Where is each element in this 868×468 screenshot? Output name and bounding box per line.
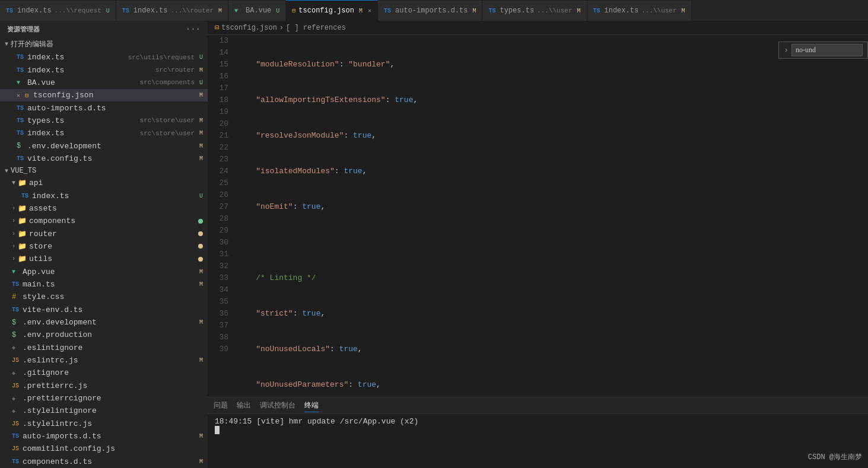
open-editor-index-store[interactable]: TS index.ts src\store\user M: [0, 127, 208, 139]
tab-index-user[interactable]: TS index.ts ...\\user M: [587, 0, 692, 21]
tab-problems[interactable]: 问题: [214, 399, 228, 412]
tab-badge-u: U: [106, 8, 110, 14]
file-api-index[interactable]: TS index.ts U: [0, 189, 208, 202]
chevron-right-icon: ›: [12, 205, 15, 212]
open-editors-label: 打开的编辑器: [11, 39, 53, 49]
dot-indicator: [198, 244, 203, 249]
ts-icon: TS: [384, 8, 392, 14]
ts-icon: TS: [12, 281, 20, 288]
js-icon: JS: [12, 383, 20, 389]
js-icon: JS: [12, 445, 20, 452]
ts-icon: TS: [17, 67, 25, 74]
file-name: main.ts: [23, 280, 197, 289]
folder-name: api: [29, 179, 203, 187]
css-icon: #: [12, 293, 20, 301]
folder-name: assets: [29, 204, 203, 213]
file-components-d[interactable]: TS components.d.ts M: [0, 456, 208, 468]
file-eslintrc[interactable]: JS .eslintrc.js M: [0, 354, 208, 367]
terminal-tabs: 问题 输出 调试控制台 终端: [208, 397, 868, 414]
ts-icon: TS: [12, 433, 20, 440]
file-stylelintrc[interactable]: JS .stylelintrc.js: [0, 418, 208, 430]
open-editor-env-dev[interactable]: $ .env.development M: [0, 139, 208, 152]
file-vite-env[interactable]: TS vite-env.d.ts: [0, 304, 208, 316]
file-icon: ◆: [12, 370, 20, 377]
file-name: components.d.ts: [23, 457, 197, 466]
folder-utils[interactable]: › 📁 utils: [0, 253, 208, 265]
folder-components[interactable]: › 📁 components: [0, 215, 208, 227]
open-editor-index-request[interactable]: TS index.ts src\utils\request U: [0, 51, 208, 63]
tab-index-request[interactable]: TS index.ts ...\\request U: [0, 0, 116, 21]
tab-terminal[interactable]: 终端: [304, 399, 319, 412]
breadcrumb: ⊟ tsconfig.json › [ ] references: [208, 21, 868, 35]
file-main-ts[interactable]: TS main.ts M: [0, 278, 208, 291]
file-app-vue[interactable]: ▼ App.vue M: [0, 266, 208, 278]
ts-icon: TS: [17, 54, 25, 61]
file-commitlint[interactable]: JS commitlint.config.js: [0, 442, 208, 455]
tab-badge-m: M: [577, 8, 581, 14]
code-editor[interactable]: 13 14 15 16 17 18 19 20 21 22 23 24 25 2…: [208, 35, 868, 397]
vue-ts-section[interactable]: ▼ VUE_TS: [0, 165, 208, 177]
open-editor-types[interactable]: TS types.ts src\store\user M: [0, 114, 208, 127]
file-path: src\router: [155, 66, 195, 74]
open-editor-vite-config[interactable]: TS vite.config.ts M: [0, 152, 208, 165]
file-name: .env.production: [23, 330, 203, 339]
close-icon[interactable]: ✕: [368, 7, 371, 14]
file-eslintignore[interactable]: ◆ .eslintignore: [0, 342, 208, 354]
file-prettierrc[interactable]: JS .prettierrc.js: [0, 380, 208, 392]
ts-icon: TS: [6, 8, 14, 14]
file-env-dev[interactable]: $ .env.development M: [0, 316, 208, 329]
badge-u: U: [199, 54, 203, 61]
open-editor-index-router[interactable]: TS index.ts src\router M: [0, 63, 208, 76]
file-style-css[interactable]: # style.css: [0, 291, 208, 303]
file-icon: ◆: [12, 407, 20, 415]
open-editor-ba-vue[interactable]: ▼ BA.vue src\components U: [0, 77, 208, 89]
file-name: auto-imports.d.ts: [23, 432, 197, 441]
file-path: src\store\user: [140, 117, 195, 124]
file-name: index.ts: [27, 129, 138, 138]
tab-label: auto-imports.d.ts: [395, 7, 468, 15]
tab-badge-m: M: [359, 8, 363, 14]
tab-auto-imports[interactable]: TS auto-imports.d.ts M: [378, 0, 482, 21]
open-editors-section[interactable]: ▼ 打开的编辑器: [0, 37, 208, 51]
tab-index-router[interactable]: TS index.ts ...\\router M: [116, 0, 228, 21]
vue-icon: ▼: [234, 8, 243, 14]
file-gitignore[interactable]: ◆ .gitignore: [0, 367, 208, 379]
tab-tsconfig-json[interactable]: ⊟ tsconfig.json M ✕: [286, 0, 378, 21]
folder-api[interactable]: ▼ 📁 api: [0, 177, 208, 189]
ts-icon: TS: [17, 105, 25, 112]
open-editor-tsconfig[interactable]: ✕ ⊟ tsconfig.json M: [0, 89, 208, 101]
tab-path: ...\\user: [641, 7, 676, 14]
folder-store[interactable]: › 📁 store: [0, 240, 208, 253]
terminal-log-line: 18:49:15 [vite] hmr update /src/App.vue …: [215, 417, 861, 426]
tab-debug-console[interactable]: 调试控制台: [260, 399, 295, 412]
search-arrow-icon[interactable]: ›: [784, 46, 788, 55]
search-bar: ›: [778, 42, 868, 59]
tab-ba-vue[interactable]: ▼ BA.vue U: [228, 0, 286, 21]
ts-icon: TS: [17, 117, 25, 124]
file-name: .stylelintrc.js: [23, 419, 203, 428]
file-prettierignore[interactable]: ◆ .prettierrcignore: [0, 392, 208, 405]
chevron-down-icon: ▼: [5, 41, 8, 47]
code-content: "moduleResolution": "bundler", "allowImp…: [234, 35, 868, 397]
file-name: .stylelintignore: [23, 406, 203, 415]
breadcrumb-path: [ ] references: [286, 24, 346, 32]
folder-router[interactable]: › 📁 router: [0, 227, 208, 240]
open-editor-auto-imports[interactable]: TS auto-imports.d.ts: [0, 101, 208, 114]
tab-bar: TS index.ts ...\\request U TS index.ts .…: [0, 0, 868, 21]
vue-icon: ▼: [17, 79, 25, 86]
file-auto-imports[interactable]: TS auto-imports.d.ts M: [0, 430, 208, 442]
file-env-prod[interactable]: $ .env.production: [0, 329, 208, 341]
terminal: 问题 输出 调试控制台 终端 18:49:15 [vite] hmr updat…: [208, 397, 868, 468]
tab-types-user[interactable]: TS types.ts ...\\user M: [482, 0, 587, 21]
breadcrumb-separator: ›: [279, 24, 284, 32]
json-icon: ⊟: [292, 7, 295, 14]
file-stylelintignore[interactable]: ◆ .stylelintignore: [0, 405, 208, 417]
folder-assets[interactable]: › 📁 assets: [0, 202, 208, 215]
close-icon[interactable]: ✕: [17, 92, 20, 99]
file-name: tsconfig.json: [33, 91, 195, 100]
file-name: .eslintignore: [23, 343, 203, 352]
tab-output[interactable]: 输出: [237, 399, 251, 412]
search-input[interactable]: [791, 44, 863, 56]
file-name: .prettierrc.js: [23, 381, 203, 390]
sidebar-menu-icon[interactable]: ···: [186, 24, 201, 34]
